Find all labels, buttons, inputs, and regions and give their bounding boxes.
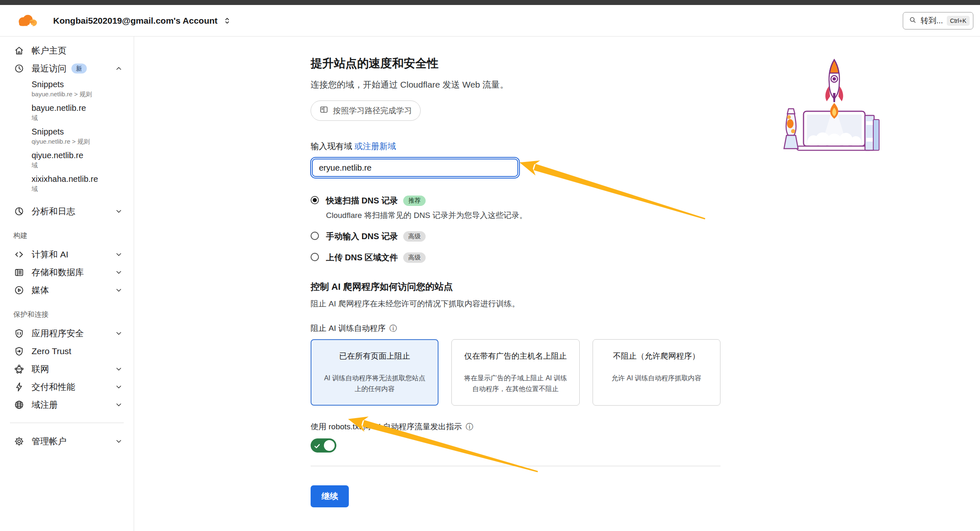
- ai-section-title: 控制 AI 爬网程序如何访问您的站点: [311, 281, 720, 293]
- recent-item-sub: bayue.netlib.re > 规则: [32, 90, 134, 98]
- main-content: 提升站点的速度和安全性 连接您的域，开始通过 Cloudflare 发送 Web…: [134, 37, 980, 531]
- sidebar-item-media[interactable]: 媒体: [0, 281, 134, 299]
- radio-unselected-icon[interactable]: [311, 253, 319, 261]
- sidebar-section-build: 构建: [0, 231, 134, 240]
- list-item[interactable]: qiyue.netlib.re 域: [32, 151, 134, 169]
- card-description: 允许 AI 训练自动程序抓取内容: [603, 373, 710, 384]
- sidebar-item-delivery[interactable]: 交付和性能: [0, 378, 134, 396]
- sidebar-item-domain-registration[interactable]: 域注册: [0, 396, 134, 414]
- recent-item-sub: 域: [32, 161, 134, 169]
- chevron-down-icon[interactable]: [115, 207, 123, 215]
- radio-option-quick-scan[interactable]: 快速扫描 DNS 记录 推荐 Cloudflare 将扫描常见的 DNS 记录并…: [311, 195, 720, 221]
- sidebar-item-label: Zero Trust: [32, 346, 71, 356]
- recent-item-sub: 域: [32, 185, 134, 193]
- sidebar: 帐户主页 最近访问 新 Snippets: [0, 37, 134, 531]
- sidebar-item-zero-trust[interactable]: Zero Trust: [0, 342, 134, 360]
- card-title: 不阻止（允许爬网程序）: [603, 351, 710, 362]
- search-shortcut-badge: Ctrl+K: [947, 16, 970, 26]
- lightning-bolt-icon: [13, 381, 24, 392]
- card-description: 将在显示广告的子域上阻止 AI 训练自动程序，在其他位置不阻止: [462, 373, 569, 394]
- recent-item-sub: 域: [32, 114, 134, 122]
- list-item[interactable]: Snippets bayue.netlib.re > 规则: [32, 80, 134, 98]
- page-subtitle: 连接您的域，开始通过 Cloudflare 发送 Web 流量。: [311, 79, 720, 91]
- robots-txt-section: 使用 robots.txt 向 AI 自动程序流量发出指示 ⓘ: [311, 421, 720, 454]
- list-item[interactable]: xixixhaha.netlib.re 域: [32, 174, 134, 193]
- ai-block-cards: 已在所有页面上阻止 AI 训练自动程序将无法抓取您站点上的任何内容 仅在带有广告…: [311, 339, 720, 406]
- sidebar-item-account-home[interactable]: 帐户主页: [0, 42, 134, 59]
- network-icon: [13, 363, 24, 374]
- code-icon: [13, 249, 24, 260]
- sidebar-item-compute-ai[interactable]: 计算和 AI: [0, 245, 134, 263]
- sidebar-item-label: 计算和 AI: [32, 249, 69, 260]
- sidebar-item-analytics[interactable]: 分析和日志: [0, 202, 134, 220]
- list-item[interactable]: Snippets qiyue.netlib.re > 规则: [32, 127, 134, 145]
- recent-item-title: qiyue.netlib.re: [32, 151, 134, 160]
- robots-label: 使用 robots.txt 向 AI 自动程序流量发出指示: [311, 421, 462, 432]
- recent-list: Snippets bayue.netlib.re > 规则 bayue.netl…: [0, 77, 134, 202]
- home-icon: [13, 45, 24, 56]
- app-header: Kongbai5202019@gmail.com's Account 转到...…: [0, 5, 980, 37]
- radio-description: Cloudflare 将扫描常见的 DNS 记录并为您导入这些记录。: [326, 210, 527, 221]
- cloudflare-dashboard: Kongbai5202019@gmail.com's Account 转到...…: [0, 0, 980, 531]
- domain-label: 输入现有域: [311, 142, 352, 151]
- sidebar-item-recent[interactable]: 最近访问 新: [0, 59, 134, 77]
- chevron-down-icon[interactable]: [115, 250, 123, 259]
- browser-chrome-strip: [0, 0, 980, 5]
- chevron-down-icon[interactable]: [115, 268, 123, 277]
- info-icon[interactable]: ⓘ: [466, 422, 473, 432]
- domain-input[interactable]: [312, 159, 518, 177]
- sidebar-section-protect: 保护和连接: [0, 310, 134, 319]
- ai-block-label-row: 阻止 AI 训练自动程序 ⓘ: [311, 323, 720, 334]
- chevron-down-icon[interactable]: [115, 383, 123, 391]
- sidebar-item-manage-account[interactable]: 管理帐户: [0, 432, 134, 450]
- sidebar-item-network[interactable]: 联网: [0, 360, 134, 378]
- sidebar-item-label: 应用程序安全: [32, 328, 84, 339]
- sidebar-item-label: 分析和日志: [32, 206, 75, 217]
- dns-setup-options: 快速扫描 DNS 记录 推荐 Cloudflare 将扫描常见的 DNS 记录并…: [311, 195, 720, 263]
- card-description: AI 训练自动程序将无法抓取您站点上的任何内容: [321, 373, 428, 394]
- learning-path-button[interactable]: 按照学习路径完成学习: [311, 100, 421, 121]
- card-block-all-pages[interactable]: 已在所有页面上阻止 AI 训练自动程序将无法抓取您站点上的任何内容: [311, 339, 439, 406]
- chevron-down-icon[interactable]: [115, 329, 123, 338]
- sidebar-item-label: 帐户主页: [32, 45, 66, 56]
- radio-option-upload-zone-file[interactable]: 上传 DNS 区域文件 高级: [311, 252, 720, 263]
- recent-item-title: Snippets: [32, 127, 134, 137]
- card-block-ads-hostnames[interactable]: 仅在带有广告的主机名上阻止 将在显示广告的子域上阻止 AI 训练自动程序，在其他…: [451, 339, 579, 406]
- recent-item-sub: qiyue.netlib.re > 规则: [32, 137, 134, 145]
- pie-chart-icon: [13, 206, 24, 217]
- sidebar-item-label: 域注册: [32, 399, 58, 411]
- advanced-badge: 高级: [403, 231, 426, 242]
- sidebar-item-label: 最近访问: [32, 63, 66, 74]
- sidebar-item-label: 媒体: [32, 284, 49, 296]
- sidebar-item-storage[interactable]: 存储和数据库: [0, 263, 134, 281]
- search-icon: [909, 16, 917, 26]
- clock-icon: [13, 63, 24, 74]
- chevron-down-icon[interactable]: [115, 365, 123, 373]
- register-domain-link[interactable]: 或注册新域: [355, 142, 396, 151]
- global-search-input[interactable]: 转到... Ctrl+K: [903, 12, 973, 29]
- cloudflare-logo[interactable]: [15, 12, 41, 29]
- card-do-not-block[interactable]: 不阻止（允许爬网程序） 允许 AI 训练自动程序抓取内容: [593, 339, 720, 406]
- radio-option-manual-dns[interactable]: 手动输入 DNS 记录 高级: [311, 231, 720, 242]
- search-placeholder: 转到...: [921, 15, 943, 26]
- continue-button[interactable]: 继续: [311, 485, 349, 507]
- learning-path-label: 按照学习路径完成学习: [333, 105, 412, 116]
- chevron-up-icon[interactable]: [115, 64, 123, 73]
- ai-section-description: 阻止 AI 爬网程序在未经您许可的情况下抓取内容进行训练。: [311, 299, 720, 309]
- list-item[interactable]: bayue.netlib.re 域: [32, 103, 134, 122]
- radio-label: 快速扫描 DNS 记录: [326, 195, 398, 206]
- radio-unselected-icon[interactable]: [311, 232, 319, 240]
- robots-toggle-on[interactable]: [311, 438, 336, 453]
- radio-label: 手动输入 DNS 记录: [326, 231, 398, 242]
- info-icon[interactable]: ⓘ: [390, 323, 397, 333]
- chevron-down-icon[interactable]: [115, 437, 123, 445]
- book-icon: [319, 105, 328, 116]
- sidebar-item-label: 存储和数据库: [32, 267, 84, 278]
- sidebar-item-app-security[interactable]: 应用程序安全: [0, 324, 134, 342]
- chevron-down-icon[interactable]: [115, 286, 123, 294]
- ai-block-label: 阻止 AI 训练自动程序: [311, 323, 386, 334]
- account-switcher-icon[interactable]: [223, 16, 232, 25]
- sidebar-divider: [10, 423, 124, 423]
- chevron-down-icon[interactable]: [115, 401, 123, 409]
- radio-selected-icon[interactable]: [311, 196, 319, 204]
